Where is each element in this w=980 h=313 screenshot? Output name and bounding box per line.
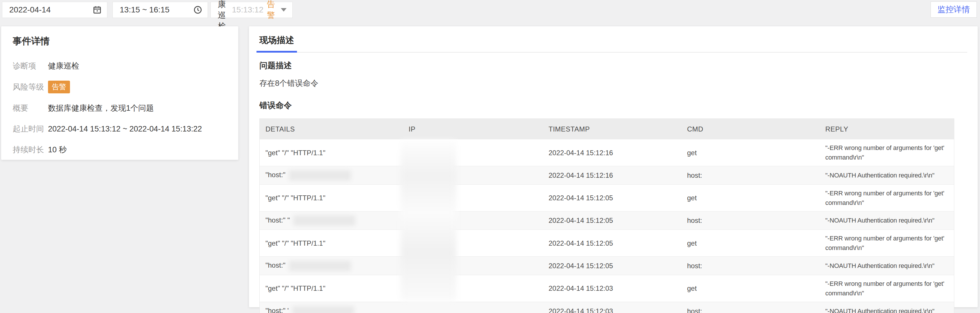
cell-details: "host:" ': [260, 302, 403, 313]
monitor-detail-label: 监控详情: [937, 4, 970, 15]
redacted-text-blob: [292, 306, 354, 313]
tab-scene-description[interactable]: 现场描述: [256, 34, 297, 52]
table-row: "host:" " 2022-04-14 15:12:05 host: "-NO…: [260, 211, 954, 230]
cell-reply: "-ERR wrong number of arguments for 'get…: [819, 230, 954, 256]
cell-cmd: get: [681, 280, 819, 297]
chevron-down-icon: [281, 8, 286, 11]
cell-cmd: host:: [681, 257, 819, 274]
cell-cmd: host:: [681, 303, 819, 313]
cell-details: "host:": [260, 257, 403, 275]
cell-ip-redacted: [403, 194, 543, 202]
event-detail-title: 事件详情: [13, 35, 227, 48]
cell-cmd: get: [681, 189, 819, 207]
column-header-details: DETAILS: [260, 124, 403, 134]
cell-ip-redacted: [403, 149, 543, 156]
field-label: 持续时长: [13, 145, 48, 155]
status-badge: 告警: [48, 81, 70, 93]
column-header-ip: IP: [403, 124, 543, 134]
redacted-text-blob: [289, 170, 351, 181]
clock-icon: [193, 5, 202, 14]
table-row: "host:" 2022-04-14 15:12:05 host: "-NOAU…: [260, 256, 954, 275]
cell-cmd: get: [681, 144, 819, 161]
field-row-duration: 持续时长 10 秒: [13, 144, 227, 156]
field-row-summary: 概要 数据库健康检查，发现1个问题: [13, 102, 227, 114]
cell-reply: "-NOAUTH Authentication required.\r\n": [819, 212, 954, 229]
cell-timestamp: 2022-04-14 15:12:16: [543, 144, 681, 161]
cell-reply: "-ERR wrong number of arguments for 'get…: [819, 275, 954, 302]
scene-description-panel: 现场描述 问题描述 存在8个错误命令 错误命令 DETAILS IP TIMES…: [249, 26, 978, 307]
date-value: 2022-04-14: [9, 5, 51, 14]
field-label: 概要: [13, 103, 48, 113]
column-header-cmd: CMD: [681, 124, 819, 134]
cell-timestamp: 2022-04-14 15:12:03: [543, 280, 681, 297]
cell-cmd: host:: [681, 167, 819, 184]
cell-ip-redacted: [403, 285, 543, 292]
column-header-reply: REPLY: [819, 124, 954, 134]
cell-ip-redacted: [403, 262, 543, 270]
table-row: "get" "/" "HTTP/1.1" 2022-04-14 15:12:05…: [260, 229, 954, 256]
event-select-status: 告警: [267, 0, 275, 21]
event-select-time: 15:13:12: [232, 5, 263, 14]
table-row: "get" "/" "HTTP/1.1" 2022-04-14 15:12:05…: [260, 184, 954, 211]
redacted-text-blob: [289, 261, 351, 271]
calendar-icon: [92, 5, 102, 14]
cell-timestamp: 2022-04-14 15:12:16: [543, 167, 681, 184]
field-value: 10 秒: [48, 145, 67, 155]
field-value: 健康巡检: [48, 61, 79, 71]
cell-details: "get" "/" "HTTP/1.1": [260, 235, 403, 252]
event-detail-panel: 事件详情 诊断项 健康巡检 风险等级 告警 概要 数据库健康检查，发现1个问题 …: [1, 26, 238, 160]
column-header-timestamp: TIMESTAMP: [543, 124, 681, 134]
cell-timestamp: 2022-04-14 15:12:05: [543, 257, 681, 274]
cell-timestamp: 2022-04-14 15:12:05: [543, 189, 681, 207]
cell-cmd: host:: [681, 212, 819, 229]
cell-details: "get" "/" "HTTP/1.1": [260, 189, 403, 207]
field-value: 2022-04-14 15:13:12 ~ 2022-04-14 15:13:2…: [48, 125, 202, 133]
time-range-picker[interactable]: 13:15 ~ 16:15: [113, 2, 208, 18]
field-row-diagnostic-item: 诊断项 健康巡检: [13, 60, 227, 71]
tab-bar: 现场描述: [259, 34, 967, 52]
table-row: "host:" ' 2022-04-14 15:12:03 host: "-NO…: [260, 302, 954, 313]
date-picker[interactable]: 2022-04-14: [2, 2, 107, 18]
cell-ip-redacted: [403, 239, 543, 247]
field-row-time-span: 起止时间 2022-04-14 15:13:12 ~ 2022-04-14 15…: [13, 123, 227, 135]
problem-description-title: 问题描述: [259, 60, 967, 71]
error-commands-title: 错误命令: [259, 100, 967, 111]
field-label: 起止时间: [13, 124, 48, 134]
problem-description-text: 存在8个错误命令: [259, 78, 967, 89]
table-header-row: DETAILS IP TIMESTAMP CMD REPLY: [260, 119, 954, 139]
time-range-value: 13:15 ~ 16:15: [120, 5, 169, 14]
cell-reply: "-NOAUTH Authentication required.\r\n": [819, 167, 954, 184]
table-body: "get" "/" "HTTP/1.1" 2022-04-14 15:12:16…: [260, 139, 954, 313]
cell-ip-redacted: [403, 307, 543, 313]
cell-timestamp: 2022-04-14 15:12:05: [543, 212, 681, 229]
cell-ip-redacted: [403, 172, 543, 179]
cell-reply: "-ERR wrong number of arguments for 'get…: [819, 185, 954, 211]
cell-cmd: get: [681, 235, 819, 252]
field-label: 诊断项: [13, 61, 48, 71]
table-row: "host:" 2022-04-14 15:12:16 host: "-NOAU…: [260, 166, 954, 184]
field-value: 数据库健康检查，发现1个问题: [48, 103, 154, 113]
table-row: "get" "/" "HTTP/1.1" 2022-04-14 15:12:03…: [260, 275, 954, 302]
monitor-detail-button[interactable]: 监控详情: [931, 2, 977, 17]
field-label: 风险等级: [13, 82, 48, 92]
cell-details: "host:": [260, 166, 403, 184]
event-select-dropdown[interactable]: 健康巡检 15:13:12 告警: [210, 2, 293, 18]
cell-timestamp: 2022-04-14 15:12:03: [543, 303, 681, 313]
cell-reply: "-ERR wrong number of arguments for 'get…: [819, 139, 954, 166]
cell-details: "get" "/" "HTTP/1.1": [260, 144, 403, 161]
cell-reply: "-NOAUTH Authentication required.\r\n": [819, 257, 954, 274]
error-commands-table: DETAILS IP TIMESTAMP CMD REPLY "get" "/"…: [259, 119, 954, 313]
cell-timestamp: 2022-04-14 15:12:05: [543, 235, 681, 252]
redacted-text-blob: [293, 215, 355, 226]
cell-reply: "-NOAUTH Authentication required.\r\n": [819, 303, 954, 313]
cell-ip-redacted: [403, 217, 543, 224]
table-row: "get" "/" "HTTP/1.1" 2022-04-14 15:12:16…: [260, 139, 954, 166]
cell-details: "get" "/" "HTTP/1.1": [260, 280, 403, 297]
cell-details: "host:" ": [260, 211, 403, 230]
field-row-risk-level: 风险等级 告警: [13, 81, 227, 93]
